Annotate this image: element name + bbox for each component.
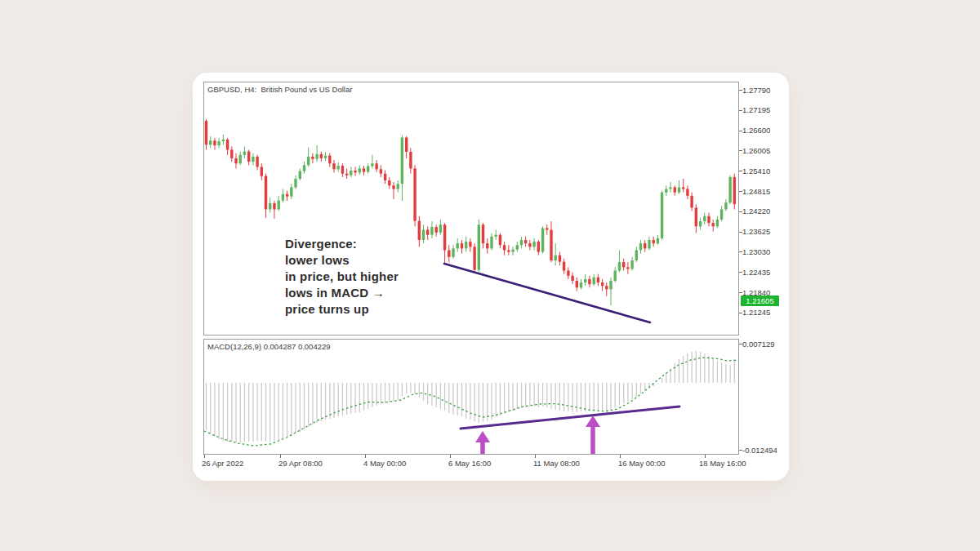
time-axis-label: 4 May 00:00 [363,459,406,468]
time-axis-tick [450,455,451,458]
candle-body [401,138,403,184]
time-axis-label: 16 May 00:00 [618,459,666,468]
candle-body [371,163,373,166]
candle-body [294,179,296,187]
candle-body [609,281,612,289]
candle-body [550,230,552,261]
time-axis-tick [535,455,536,458]
candle-body [657,238,659,243]
candle-body [686,189,688,196]
annotation-line: in price, but higher [285,269,399,285]
candle-body [205,121,207,144]
candle-body [503,245,506,250]
macd-trendline[interactable] [461,407,679,429]
candle-body [690,196,693,208]
current-price-badge: 1.21605 [741,295,779,306]
candle-body [234,158,237,163]
candle-body [511,250,514,252]
price-axis-label: 1.21245 [742,308,770,317]
candle-body [469,242,471,247]
time-axis-label: 29 Apr 08:00 [278,459,323,468]
candle-body [430,227,433,235]
candle-body [380,169,382,173]
candle-body [682,187,684,189]
candle-body [354,171,356,173]
annotation-line: lows in MACD → [285,285,399,301]
candle-body [567,271,569,276]
candle-body [413,168,416,220]
candle-body [669,187,671,189]
candle-body [247,152,250,162]
candle-body [226,140,229,150]
candle-body [728,177,731,202]
candle-body [341,166,344,174]
candle-body [452,248,454,256]
candle-body [328,156,331,164]
candle-body [639,243,642,250]
candle-body [443,224,446,250]
candle-body [418,221,421,240]
candle-body [435,227,438,233]
candle-body [252,157,254,162]
candle-body [439,224,442,233]
price-axis-label: 1.24815 [742,187,770,196]
candle-body [546,228,548,229]
candle-body [580,282,582,287]
candle-body [448,251,450,257]
candle-body [209,140,212,144]
candle-body [239,155,242,163]
candle-body [724,202,727,209]
macd-label: MACD(12,26,9) 0.004287 0.004229 [207,342,331,351]
divergence-arrow-head [586,415,600,427]
candle-body [703,216,706,221]
candle-body [217,141,220,145]
candle-body [486,243,488,248]
candle-body [716,220,719,226]
candle-body [422,230,425,241]
candle-body [261,167,263,176]
candle-body [397,184,399,189]
candle-body [707,216,710,223]
time-axis-label: 18 May 16:00 [699,459,746,468]
candle-body [363,168,365,171]
candle-body [524,240,527,243]
candle-body [495,235,497,237]
candle-body [507,251,510,252]
candle-body [712,223,715,226]
macd-chart-canvas[interactable] [204,340,738,454]
candle-body [273,203,275,210]
candle-body [409,152,412,168]
candle-body [635,251,638,261]
candle-body [269,203,271,210]
price-axis-label: 1.25410 [742,167,770,176]
candle-body [290,187,292,196]
candle-body [605,286,608,289]
candle-body [678,187,680,192]
candle-body [653,240,655,243]
time-axis-label: 6 May 16:00 [448,459,491,468]
price-chart-panel[interactable]: GBPUSD, H4: British Pound vs US Dollar D… [203,82,739,335]
macd-axis-label: 0.007129 [742,340,775,349]
annotation-line: lower lows [285,252,399,269]
candle-body [286,194,288,197]
candle-body [674,187,676,192]
candle-body [520,240,523,245]
candle-body [597,278,599,282]
macd-signal-line [204,358,738,446]
candle-body [630,260,633,269]
candle-body [571,276,573,281]
candle-body [303,165,305,171]
candle-body [461,243,463,248]
candle-body [222,140,225,141]
macd-indicator-panel[interactable]: MACD(12,26,9) 0.004287 0.004229 [203,339,739,455]
candle-body [332,163,335,169]
candle-body [375,163,377,169]
candle-body [388,180,390,185]
candle-body [614,271,617,282]
price-trendline[interactable] [444,264,650,322]
divergence-annotation: Divergence: lower lows in price, but hig… [285,236,399,318]
candle-body [315,154,318,159]
candle-body [265,176,267,210]
candle-body [324,156,327,158]
candle-body [563,262,565,271]
